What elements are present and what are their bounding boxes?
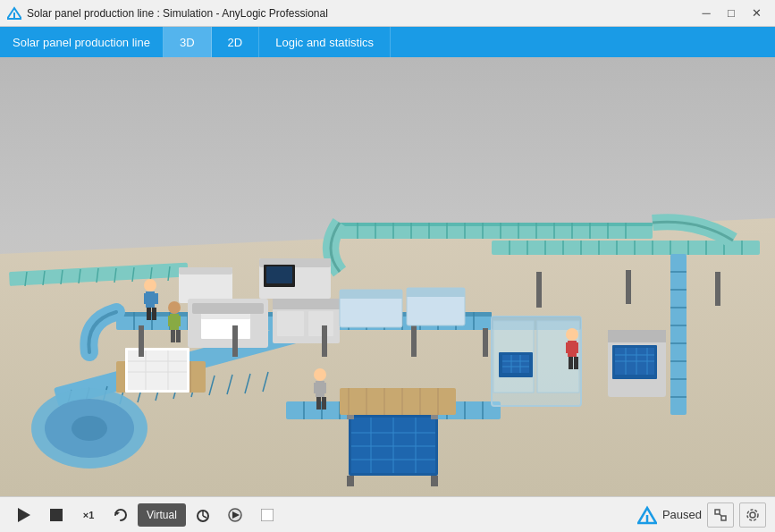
settings-button[interactable] [739,502,766,528]
svg-rect-158 [273,299,340,309]
svg-rect-113 [192,303,264,314]
main-view[interactable] [0,57,775,496]
svg-rect-5 [340,223,653,226]
paused-status: Paused [662,508,702,521]
svg-rect-167 [626,270,631,304]
svg-rect-195 [322,397,326,410]
svg-rect-168 [715,272,720,306]
title-bar: Solar panel production line : Simulation… [0,0,775,27]
svg-rect-152 [128,350,187,390]
svg-rect-187 [176,316,181,326]
svg-point-84 [72,416,107,441]
svg-point-184 [168,301,181,314]
svg-point-190 [314,368,326,381]
svg-rect-217 [715,510,720,514]
svg-rect-97 [670,254,687,415]
minimize-button[interactable]: ─ [695,4,718,22]
svg-rect-198 [566,342,570,353]
fullscreen-button[interactable] [707,502,734,528]
svg-rect-164 [411,325,417,357]
svg-point-220 [750,512,755,518]
svg-rect-134 [347,476,354,486]
svg-rect-201 [574,357,578,369]
svg-rect-200 [569,357,573,369]
reload-button[interactable] [105,502,136,528]
svg-rect-218 [721,516,726,520]
speed-x1-button[interactable]: ×1 [73,502,104,528]
window-title: Solar panel production line : Simulation… [27,7,328,20]
title-bar-controls: ─ □ ✕ [695,4,768,22]
play-button[interactable] [9,502,39,528]
svg-rect-199 [574,342,578,353]
svg-rect-181 [154,293,158,304]
svg-rect-162 [232,325,238,357]
fullscreen-icon [714,509,727,521]
svg-rect-207 [50,509,63,521]
title-bar-left: Solar panel production line : Simulation… [7,6,328,21]
svg-rect-182 [147,308,151,320]
anylogic-logo-bottom [637,505,657,525]
maximize-button[interactable]: □ [720,4,743,22]
svg-rect-115 [201,314,250,319]
tab-main[interactable]: Solar panel production line [0,27,164,57]
speed-x1-label: ×1 [83,510,95,520]
3d-scene [0,57,775,496]
svg-rect-135 [431,476,438,486]
svg-rect-159 [277,311,304,336]
svg-rect-121 [502,355,529,373]
anylogic-logo-icon [7,6,21,21]
svg-rect-194 [316,397,321,410]
forward-button[interactable] [220,502,250,528]
toolbar-right: Paused [637,502,766,528]
svg-rect-163 [322,325,327,357]
svg-rect-107 [179,267,232,274]
snapshot-button[interactable] [252,502,282,528]
virtual-label: Virtual [147,509,177,521]
svg-rect-22 [492,241,760,255]
svg-rect-193 [322,383,326,393]
tab-main-label: Solar panel production line [13,36,150,49]
svg-rect-192 [314,383,318,393]
svg-rect-161 [139,325,144,357]
svg-point-221 [747,510,758,520]
svg-rect-183 [152,308,156,320]
bottom-toolbar: ×1 Virtual [0,496,775,532]
svg-point-196 [566,328,578,341]
reload-icon [114,508,128,522]
forward-icon [227,508,243,522]
svg-point-178 [144,279,156,291]
tab-logic-label: Logic and statistics [275,36,374,49]
anylogic-logo-icon-bottom [637,505,657,525]
step-button[interactable] [188,502,218,528]
timer-icon [195,508,211,522]
svg-rect-166 [536,272,542,308]
virtual-mode-button[interactable]: Virtual [138,503,186,527]
snapshot-icon [261,509,274,521]
svg-rect-214 [261,509,274,521]
tab-2d-label: 2D [228,36,243,49]
tab-3d[interactable]: 3D [164,27,212,57]
play-icon [18,508,30,522]
svg-line-211 [203,516,206,518]
svg-rect-205 [407,288,465,297]
stop-icon [50,509,63,521]
svg-rect-203 [340,290,402,299]
tab-3d-label: 3D [180,36,195,49]
gear-icon [746,508,760,522]
stop-button[interactable] [41,502,72,528]
svg-rect-189 [176,330,181,342]
svg-rect-170 [608,330,666,342]
tab-bar: Solar panel production line 3D 2D Logic … [0,27,775,57]
svg-rect-188 [171,330,175,342]
svg-rect-111 [266,266,292,283]
svg-rect-180 [144,293,148,304]
svg-rect-186 [168,316,173,326]
svg-rect-160 [308,311,333,336]
svg-marker-206 [18,508,30,522]
tab-logic[interactable]: Logic and statistics [259,27,391,57]
tab-2d[interactable]: 2D [212,27,260,57]
svg-rect-165 [483,328,488,357]
close-button[interactable]: ✕ [745,4,768,22]
svg-line-219 [720,514,721,516]
